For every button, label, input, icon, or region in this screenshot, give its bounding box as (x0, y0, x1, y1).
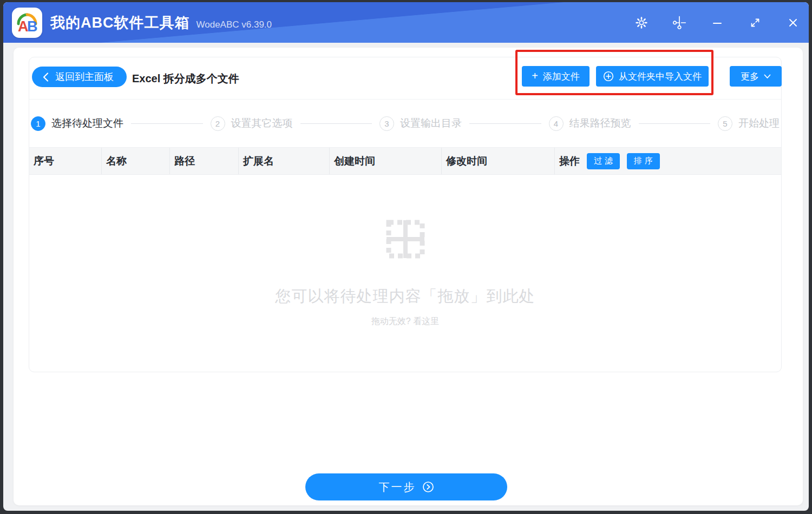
next-step-label: 下一步 (379, 480, 416, 495)
titlebar-controls (635, 16, 809, 29)
column-header-modified: 修改时间 (442, 148, 555, 174)
chevron-down-icon (764, 74, 771, 79)
sort-button[interactable]: 排序 (627, 153, 660, 169)
step-5-circle: 5 (718, 116, 732, 131)
add-files-button[interactable]: + 添加文件 (522, 66, 590, 87)
ab-logo-icon: A B (14, 10, 40, 36)
add-files-label: 添加文件 (543, 70, 580, 83)
drop-zone-text: 您可以将待处理内容「拖放」到此处 (276, 286, 535, 307)
more-button[interactable]: 更多 (730, 66, 782, 87)
plus-circle-icon (603, 71, 614, 82)
step-indicator: 1 选择待处理文件 2 设置其它选项 3 设置输出目录 4 结果路径预览 5 开… (31, 100, 780, 147)
arrow-right-circle-icon (422, 481, 434, 493)
titlebar: A B 我的ABC软件工具箱 WodeABC v6.39.0 (3, 2, 809, 43)
column-header-name: 名称 (102, 148, 170, 174)
step-1-label: 选择待处理文件 (51, 116, 123, 130)
column-header-index: 序号 (29, 148, 102, 174)
step-1-circle: 1 (31, 116, 45, 131)
step-5-label: 开始处理 (738, 116, 780, 130)
actions-label: 操作 (559, 154, 580, 168)
step-2-circle: 2 (211, 116, 225, 131)
step-4-label: 结果路径预览 (569, 116, 631, 130)
step-connector (639, 123, 711, 124)
step-2-label: 设置其它选项 (231, 116, 293, 130)
column-header-actions: 操作 过滤 排序 (555, 148, 781, 174)
step-5: 5 开始处理 (718, 116, 780, 131)
step-2: 2 设置其它选项 (211, 116, 293, 131)
settings-gear-icon[interactable] (635, 16, 648, 29)
import-from-folder-button[interactable]: 从文件夹中导入文件 (596, 66, 709, 87)
step-3-circle: 3 (379, 116, 394, 131)
close-icon[interactable] (787, 16, 800, 29)
step-3-label: 设置输出目录 (400, 116, 462, 130)
plus-icon: + (532, 70, 538, 81)
step-4-circle: 4 (549, 116, 564, 131)
svg-text:B: B (27, 18, 38, 35)
back-to-dashboard-button[interactable]: 返回到主面板 (32, 67, 127, 87)
toolbar: 返回到主面板 Excel 拆分成多个文件 + 添加文件 从文件夹中导入文件 更多 (29, 57, 781, 100)
step-1: 1 选择待处理文件 (31, 116, 123, 131)
chevron-left-icon (43, 73, 49, 82)
drop-target-icon (384, 218, 427, 260)
step-3: 3 设置输出目录 (379, 116, 462, 131)
drop-help-link[interactable]: 拖动无效? 看这里 (371, 316, 439, 327)
page-title: Excel 拆分成多个文件 (132, 57, 239, 100)
step-connector (131, 123, 203, 124)
step-4: 4 结果路径预览 (549, 116, 631, 131)
back-button-label: 返回到主面板 (55, 70, 114, 83)
import-from-folder-label: 从文件夹中导入文件 (619, 70, 702, 83)
app-version: WodeABC v6.39.0 (197, 19, 272, 30)
column-header-created: 创建时间 (330, 148, 442, 174)
app-logo: A B (12, 8, 42, 38)
file-table-header: 序号 名称 路径 扩展名 创建时间 修改时间 操作 过滤 排序 (29, 147, 781, 175)
step-connector (469, 123, 541, 124)
app-title: 我的ABC软件工具箱 (50, 13, 190, 32)
next-step-button[interactable]: 下一步 (305, 473, 507, 500)
step-connector (300, 123, 372, 124)
drop-zone[interactable]: 您可以将待处理内容「拖放」到此处 拖动无效? 看这里 (29, 175, 781, 372)
content-box: 返回到主面板 Excel 拆分成多个文件 + 添加文件 从文件夹中导入文件 更多… (29, 57, 782, 372)
maximize-icon[interactable] (749, 16, 762, 29)
scissors-icon[interactable] (673, 16, 686, 29)
minimize-icon[interactable] (711, 16, 724, 29)
filter-button[interactable]: 过滤 (587, 153, 620, 169)
column-header-extension: 扩展名 (239, 148, 330, 174)
column-header-path: 路径 (170, 148, 239, 174)
more-label: 更多 (741, 70, 759, 83)
